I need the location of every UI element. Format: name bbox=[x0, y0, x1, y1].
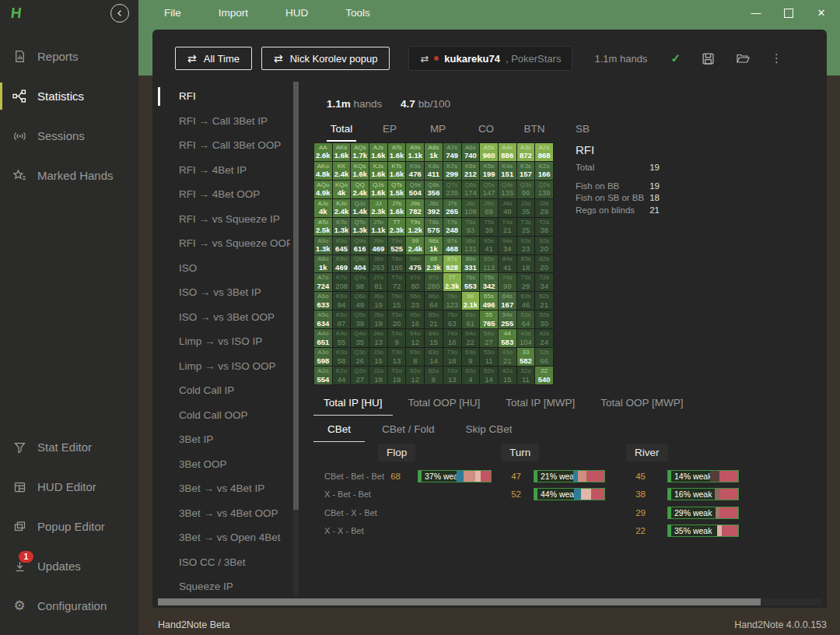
matrix-cell-J7s[interactable]: J7s265 bbox=[443, 199, 461, 217]
matrix-cell-T9o[interactable]: T9o525 bbox=[388, 237, 406, 254]
matrix-cell-KQs[interactable]: KQs1.6k bbox=[351, 162, 369, 180]
matrix-cell-92s[interactable]: 92s20 bbox=[535, 237, 553, 254]
matrix-cell-63s[interactable]: 63s46 bbox=[517, 292, 535, 310]
matrix-cell-97o[interactable]: 97o80 bbox=[406, 273, 424, 291]
stat-item-3bet-oop[interactable]: 3Bet OOP bbox=[156, 452, 290, 477]
matrix-cell-22[interactable]: 22540 bbox=[535, 367, 553, 384]
matrix-cell-T3s[interactable]: T3s25 bbox=[517, 218, 535, 236]
stat-item-squeeze-ip[interactable]: Squeeze IP bbox=[156, 574, 290, 594]
sidebar-item-sessions[interactable]: Sessions bbox=[0, 116, 138, 156]
matrix-cell-93s[interactable]: 93s23 bbox=[517, 237, 535, 254]
matrix-cell-K9o[interactable]: K9o645 bbox=[333, 237, 351, 254]
matrix-cell-53s[interactable]: 53s64 bbox=[517, 310, 535, 328]
matrix-cell-QJo[interactable]: QJo1.4k bbox=[351, 199, 369, 217]
position-tab-total[interactable]: Total bbox=[327, 123, 356, 142]
matrix-cell-T6s[interactable]: T6s93 bbox=[462, 218, 480, 236]
matrix-cell-52s[interactable]: 52s30 bbox=[535, 310, 553, 328]
matrix-cell-K3s[interactable]: K3s157 bbox=[517, 162, 535, 180]
matrix-cell-76o[interactable]: 76o123 bbox=[443, 292, 461, 310]
stat-item-3bet-vs-4bet-oop[interactable]: 3Bet → vs 4Bet OOP bbox=[156, 501, 290, 526]
matrix-cell-T3o[interactable]: T3o13 bbox=[388, 348, 406, 366]
matrix-cell-76s[interactable]: 76s553 bbox=[462, 273, 480, 291]
stat-item-rfi-4bet-ip[interactable]: RFI → 4Bet IP bbox=[156, 158, 290, 183]
menu-hud[interactable]: HUD bbox=[285, 7, 308, 19]
position-tab-sb[interactable]: SB bbox=[568, 123, 597, 142]
matrix-cell-KJs[interactable]: KJs1.6k bbox=[369, 162, 387, 180]
matrix-cell-J2o[interactable]: J2o18 bbox=[369, 367, 387, 384]
matrix-cell-KTo[interactable]: KTo1.3k bbox=[333, 218, 351, 236]
matrix-cell-32o[interactable]: 32o11 bbox=[517, 367, 535, 384]
stat-item-rfi-4bet-oop[interactable]: RFI → 4Bet OOP bbox=[156, 182, 290, 207]
matrix-cell-82o[interactable]: 82o8 bbox=[425, 367, 443, 384]
matrix-cell-Q8s[interactable]: Q8s356 bbox=[425, 181, 443, 198]
matrix-cell-42o[interactable]: 42o15 bbox=[499, 367, 516, 384]
matrix-cell-K2o[interactable]: K2o44 bbox=[333, 367, 351, 384]
stat-item-limp-vs-iso-oop[interactable]: Limp → vs ISO OOP bbox=[156, 354, 290, 379]
matrix-cell-QTs[interactable]: QTs1.5k bbox=[388, 181, 406, 198]
matrix-cell-72s[interactable]: 72s34 bbox=[535, 273, 553, 291]
matrix-cell-J3s[interactable]: J3s35 bbox=[517, 199, 535, 217]
stat-item-rfi-call-3bet-oop[interactable]: RFI → Call 3Bet OOP bbox=[156, 133, 290, 158]
distribution-bar[interactable]: 21% weak bbox=[534, 470, 605, 482]
matrix-cell-73s[interactable]: 73s29 bbox=[517, 273, 535, 291]
matrix-cell-J5o[interactable]: J5o19 bbox=[369, 310, 387, 328]
more-options-button[interactable]: ⋮ bbox=[771, 51, 782, 65]
matrix-cell-86s[interactable]: 86s331 bbox=[462, 255, 480, 273]
matrix-cell-TT[interactable]: TT2.3k bbox=[388, 218, 406, 236]
maximize-button[interactable] bbox=[778, 4, 800, 23]
matrix-cell-62s[interactable]: 62s21 bbox=[535, 292, 553, 310]
matrix-cell-63o[interactable]: 63o9 bbox=[462, 348, 480, 366]
matrix-cell-JTs[interactable]: JTs1.6k bbox=[388, 199, 406, 217]
matrix-cell-Q2s[interactable]: Q2s139 bbox=[535, 181, 553, 198]
matrix-cell-KK[interactable]: KK2.4k bbox=[333, 162, 351, 180]
matrix-cell-AJs[interactable]: AJs1.6k bbox=[369, 143, 387, 161]
stat-item-rfi-vs-squeeze-oop[interactable]: RFI → vs Squeeze OOP bbox=[156, 231, 290, 256]
stat-item-rfi-call-3bet-ip[interactable]: RFI → Call 3Bet IP bbox=[156, 109, 290, 134]
matrix-cell-73o[interactable]: 73o18 bbox=[443, 348, 461, 366]
matrix-cell-42s[interactable]: 42s24 bbox=[535, 329, 553, 347]
matrix-cell-99[interactable]: 992.4k bbox=[406, 237, 424, 254]
stat-item-cold-call-oop[interactable]: Cold Call OOP bbox=[156, 403, 290, 428]
matrix-cell-Q6o[interactable]: Q6o49 bbox=[351, 292, 369, 310]
sidebar-item-reports[interactable]: Reports bbox=[0, 37, 138, 76]
distribution-bar[interactable]: 14% weak bbox=[667, 470, 739, 482]
combo-tab-total-ip-mwp[interactable]: Total IP [MWP] bbox=[495, 397, 585, 416]
matrix-cell-75o[interactable]: 75o63 bbox=[443, 310, 461, 328]
sidebar-item-stat-editor[interactable]: Stat Editor bbox=[0, 427, 138, 467]
matrix-cell-J6o[interactable]: J6o19 bbox=[369, 292, 387, 310]
matrix-cell-72o[interactable]: 72o13 bbox=[443, 367, 461, 384]
matrix-cell-A5s[interactable]: A5s960 bbox=[480, 143, 498, 161]
matrix-cell-92o[interactable]: 92o12 bbox=[406, 367, 424, 384]
matrix-cell-J4s[interactable]: J4s48 bbox=[499, 199, 516, 217]
matrix-cell-K4s[interactable]: K4s151 bbox=[499, 162, 516, 180]
matrix-cell-94s[interactable]: 94s34 bbox=[499, 237, 516, 254]
matrix-cell-66[interactable]: 662.1k bbox=[462, 292, 480, 310]
horizontal-scrollbar[interactable] bbox=[158, 598, 821, 605]
matrix-cell-Q3o[interactable]: Q3o26 bbox=[351, 348, 369, 366]
matrix-cell-ATo[interactable]: ATo2.5k bbox=[314, 218, 332, 236]
action-tab-cbet[interactable]: CBet bbox=[313, 423, 365, 442]
matrix-cell-A4s[interactable]: A4s886 bbox=[499, 143, 516, 161]
matrix-cell-J8s[interactable]: J8s392 bbox=[425, 199, 443, 217]
time-filter-button[interactable]: ⇄ All Time bbox=[175, 47, 252, 70]
stat-item-iso[interactable]: ISO bbox=[156, 256, 290, 281]
matrix-cell-A2o[interactable]: A2o554 bbox=[314, 367, 332, 384]
matrix-cell-T7s[interactable]: T7s248 bbox=[443, 218, 461, 236]
matrix-cell-AQs[interactable]: AQs1.7k bbox=[351, 143, 369, 161]
menu-file[interactable]: File bbox=[164, 7, 181, 19]
minimize-button[interactable]: — bbox=[745, 4, 767, 23]
matrix-cell-T4o[interactable]: T4o9 bbox=[388, 329, 406, 347]
matrix-cell-AQo[interactable]: AQo4.9k bbox=[314, 181, 332, 198]
matrix-cell-A2s[interactable]: A2s868 bbox=[535, 143, 553, 161]
matrix-cell-T7o[interactable]: T7o72 bbox=[388, 273, 406, 291]
matrix-cell-74o[interactable]: 74o16 bbox=[443, 329, 461, 347]
position-tab-mp[interactable]: MP bbox=[423, 123, 453, 142]
matrix-cell-J7o[interactable]: J7o81 bbox=[369, 273, 387, 291]
matrix-cell-K6s[interactable]: K6s212 bbox=[462, 162, 480, 180]
matrix-cell-93o[interactable]: 93o8 bbox=[406, 348, 424, 366]
matrix-cell-85o[interactable]: 85o21 bbox=[425, 310, 443, 328]
matrix-cell-K8s[interactable]: K8s411 bbox=[425, 162, 443, 180]
stat-item-rfi-vs-squeeze-ip[interactable]: RFI → vs Squeeze IP bbox=[156, 207, 290, 232]
matrix-cell-87o[interactable]: 87o280 bbox=[425, 273, 443, 291]
matrix-cell-96o[interactable]: 96o23 bbox=[406, 292, 424, 310]
